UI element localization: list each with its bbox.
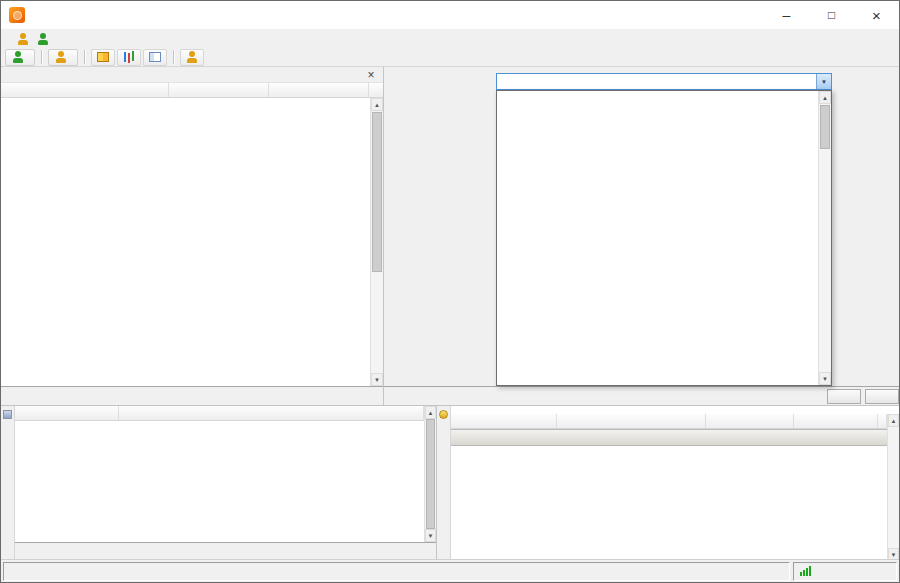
status-help-text — [3, 562, 790, 581]
titlebar — [1, 1, 899, 29]
journal-header — [15, 406, 424, 421]
connect-all-button[interactable] — [5, 49, 35, 66]
dropdown-scrollbar[interactable] — [818, 91, 831, 385]
accounts-coin-icon — [439, 410, 448, 419]
new-account-icon — [55, 51, 67, 63]
name-column-header[interactable] — [557, 414, 706, 428]
journal-table — [15, 406, 424, 542]
scroll-down-icon[interactable] — [371, 373, 383, 386]
chart-icon — [124, 52, 126, 62]
market-watch-scrollbar[interactable] — [370, 98, 383, 386]
market-watch-panel — [1, 67, 384, 405]
scroll-up-icon[interactable] — [819, 91, 831, 104]
toolbox-icon — [3, 410, 12, 419]
ask-column-header[interactable] — [269, 83, 369, 97]
minimize-button[interactable] — [764, 1, 809, 29]
close-button[interactable] — [854, 1, 899, 29]
tick-chart-button[interactable] — [117, 49, 141, 66]
accounts-total-row — [451, 429, 887, 446]
scroll-up-icon[interactable] — [888, 414, 899, 427]
accounts-scrollbar[interactable] — [887, 414, 899, 561]
accounts-icon[interactable] — [17, 33, 29, 45]
accounts-side-tab[interactable] — [437, 406, 451, 561]
symbol-combobox[interactable] — [496, 73, 832, 90]
connection-bars-icon — [800, 566, 811, 576]
scroll-down-icon[interactable] — [425, 529, 436, 542]
market-watch-button[interactable] — [91, 49, 115, 66]
market-watch-header — [1, 83, 383, 98]
app-icon — [9, 7, 25, 23]
login-column-header[interactable] — [451, 414, 557, 428]
status-bar — [1, 559, 899, 582]
scrollbar-thumb[interactable] — [372, 112, 382, 272]
equity-column-header[interactable] — [794, 414, 878, 428]
maximize-button[interactable] — [809, 1, 854, 29]
toolbar-separator — [84, 50, 85, 64]
connect-all-icon — [12, 51, 24, 63]
level-column-header[interactable] — [878, 414, 887, 428]
journal-scrollbar[interactable] — [424, 406, 436, 542]
dropdown-list — [497, 91, 818, 385]
close-icon[interactable] — [364, 69, 378, 81]
symbol-column-header[interactable] — [1, 83, 169, 97]
layout-button[interactable] — [143, 49, 167, 66]
status-traffic-cell — [793, 562, 897, 581]
market-watch-tabs — [1, 386, 383, 405]
scroll-up-icon[interactable] — [371, 98, 383, 111]
orders-history-tabstrip — [384, 386, 900, 405]
connect-icon[interactable] — [37, 33, 49, 45]
grid-icon — [97, 52, 109, 62]
order-panel — [384, 67, 900, 405]
account-list-button[interactable] — [180, 49, 204, 66]
layout-icon — [149, 52, 161, 62]
accounts-panel — [437, 405, 899, 561]
chevron-down-icon[interactable] — [816, 74, 831, 89]
symbol-dropdown — [496, 90, 832, 386]
window-controls — [764, 1, 899, 29]
menu-bar — [1, 29, 899, 48]
market-watch-caption — [1, 67, 383, 83]
delete-button-partial[interactable] — [865, 389, 899, 404]
account-icon — [186, 51, 198, 63]
new-account-button[interactable] — [48, 49, 78, 66]
scroll-down-icon[interactable] — [819, 372, 831, 385]
toolbox-side-tab[interactable] — [1, 406, 15, 561]
menu-quick-icons — [17, 33, 49, 45]
app-window: { "window": { "title": "InstaTrader Mult… — [0, 0, 900, 583]
scrollbar-thumb[interactable] — [426, 419, 435, 529]
balance-column-header[interactable] — [706, 414, 794, 428]
message-column-header[interactable] — [119, 406, 424, 420]
bid-column-header[interactable] — [169, 83, 269, 97]
toolbar-separator — [41, 50, 42, 64]
market-watch-rows — [1, 98, 383, 386]
toolbar-separator — [173, 50, 174, 64]
scroll-up-icon[interactable] — [425, 406, 436, 419]
accounts-header — [451, 414, 887, 429]
journal-panel — [1, 405, 437, 561]
accounts-table — [451, 414, 887, 561]
toolbar — [1, 48, 899, 67]
modify-button-partial[interactable] — [827, 389, 861, 404]
scrollbar-thumb[interactable] — [820, 105, 830, 149]
time-column-header[interactable] — [15, 406, 119, 420]
